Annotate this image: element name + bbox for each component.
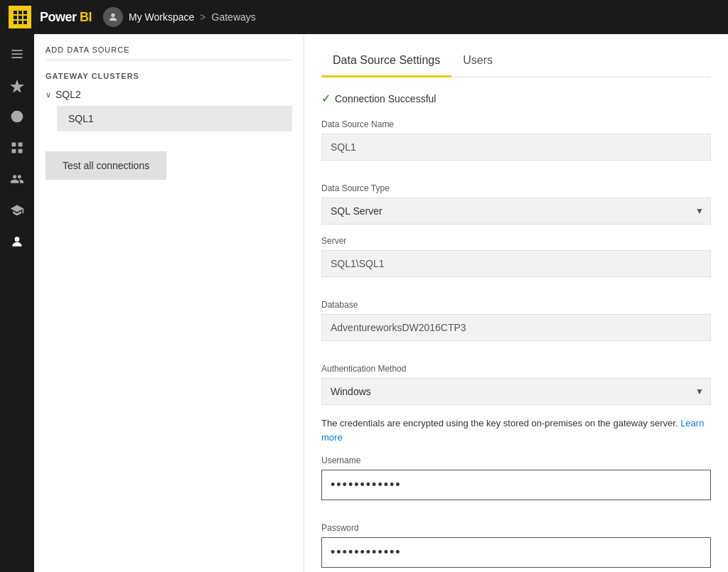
svg-rect-12 [12,57,23,58]
right-panel: Data Source Settings Users ✓ Connection … [304,34,728,572]
database-input[interactable] [321,314,711,341]
svg-rect-0 [14,11,17,14]
svg-rect-14 [18,143,23,147]
datasource-name-input[interactable] [321,134,711,161]
svg-rect-6 [14,21,17,24]
datasource-item[interactable]: SQL1 [57,106,292,131]
password-input[interactable] [321,537,711,568]
svg-rect-13 [12,143,16,147]
svg-rect-8 [23,21,27,24]
svg-point-9 [111,14,114,17]
username-label: Username [321,455,711,465]
user-avatar [103,7,123,27]
topbar: Power BI My Workspace > Gateways [0,0,728,34]
svg-point-17 [15,237,20,242]
hamburger-menu-icon[interactable] [3,40,31,68]
apps-icon[interactable] [3,134,31,162]
test-connections-button[interactable]: Test all connections [46,151,166,180]
gateway-clusters-label: GATEWAY CLUSTERS [46,72,292,80]
tabs: Data Source Settings Users [321,34,711,77]
check-icon: ✓ [321,92,331,105]
credential-note: The credentials are encrypted using the … [321,416,711,444]
svg-rect-1 [18,11,22,14]
datasource-type-label: Data Source Type [321,183,711,193]
grid-icon[interactable] [9,6,31,28]
username-input[interactable] [321,470,711,500]
svg-rect-16 [18,149,23,153]
workspace-name[interactable]: My Workspace [129,11,194,23]
svg-rect-2 [23,11,27,14]
sidebar-icons [0,34,34,572]
gateway-name: SQL2 [55,89,81,100]
tab-data-source-settings[interactable]: Data Source Settings [321,45,451,77]
left-panel: ADD DATA SOURCE GATEWAY CLUSTERS ∨ SQL2 … [34,34,304,572]
datasource-type-select[interactable]: SQL Server [321,198,711,225]
svg-rect-5 [23,16,27,19]
password-group: Password [321,523,711,572]
datasource-type-select-wrapper: SQL Server ▼ [321,198,711,225]
learn-icon[interactable] [3,196,31,225]
server-input[interactable] [321,250,711,277]
svg-rect-4 [18,16,22,19]
datasource-name-label: Data Source Name [321,119,711,129]
password-label: Password [321,523,711,533]
profile-icon[interactable] [3,227,31,256]
datasource-type-group: Data Source Type SQL Server ▼ [321,183,711,225]
auth-method-group: Authentication Method Windows ▼ [321,364,711,405]
svg-rect-11 [12,53,23,55]
connection-status-text: Connection Successful [335,93,436,104]
auth-method-label: Authentication Method [321,364,711,374]
datasource-name-group: Data Source Name [321,119,711,172]
tab-users[interactable]: Users [451,45,504,77]
svg-rect-10 [12,50,23,51]
server-group: Server [321,236,711,288]
database-label: Database [321,300,711,310]
chevron-down-icon: ∨ [46,90,51,99]
svg-rect-7 [18,21,22,24]
current-page-label: Gateways [212,11,256,23]
database-group: Database [321,300,711,352]
auth-method-select[interactable]: Windows [321,378,711,405]
app-logo: Power BI [40,10,92,25]
shared-icon[interactable] [3,165,31,193]
favorites-icon[interactable] [3,71,31,99]
svg-rect-15 [12,149,16,153]
main-layout: ADD DATA SOURCE GATEWAY CLUSTERS ∨ SQL2 … [0,34,728,572]
recents-icon[interactable] [3,102,31,131]
server-label: Server [321,236,711,246]
add-data-source-link[interactable]: ADD DATA SOURCE [46,45,292,60]
gateway-cluster-item[interactable]: ∨ SQL2 [46,89,292,100]
username-group: Username [321,455,711,512]
breadcrumb-separator: > [200,11,205,23]
breadcrumb: My Workspace > Gateways [103,7,256,27]
auth-method-select-wrapper: Windows ▼ [321,378,711,405]
connection-status: ✓ Connection Successful [321,92,711,105]
svg-rect-3 [14,16,17,19]
